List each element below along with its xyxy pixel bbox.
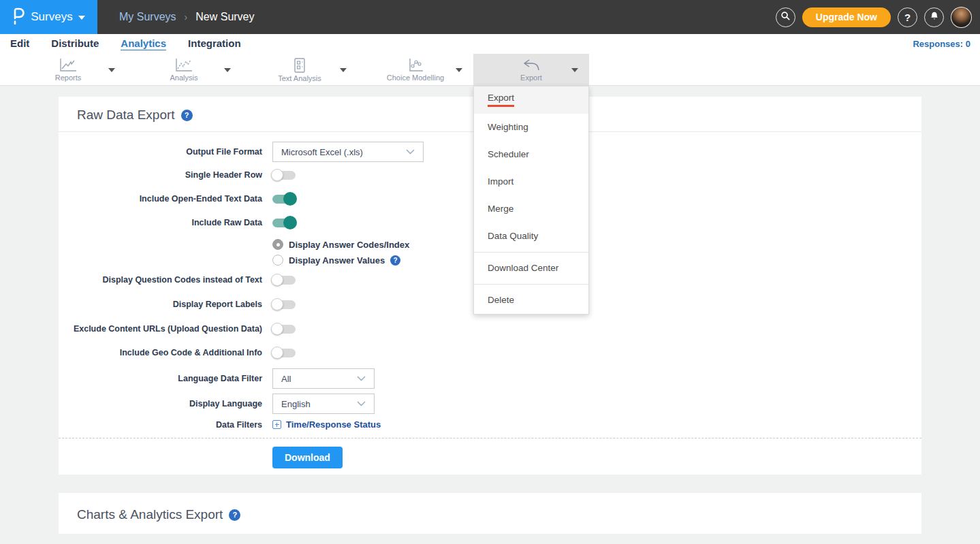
- topbar-actions: Upgrade Now ?: [776, 0, 972, 34]
- search-button[interactable]: [776, 7, 795, 27]
- include-geo-code-label: Include Geo Code & Additional Info: [59, 348, 262, 357]
- question-mark-icon: ?: [904, 12, 911, 23]
- analysis-chart-icon: [174, 58, 194, 73]
- download-button[interactable]: Download: [272, 447, 343, 468]
- include-raw-data-toggle[interactable]: [272, 219, 296, 227]
- questionpro-logo-icon: [12, 7, 25, 27]
- tab-analytics[interactable]: Analytics: [121, 37, 166, 50]
- exclude-content-urls-toggle[interactable]: [272, 325, 296, 334]
- breadcrumb-separator: ›: [185, 12, 188, 22]
- answer-values-radio[interactable]: [272, 255, 283, 266]
- notifications-button[interactable]: [924, 7, 944, 27]
- question-codes-toggle[interactable]: [272, 276, 296, 285]
- menu-item-merge[interactable]: Merge: [474, 195, 588, 223]
- question-codes-label: Display Question Codes instead of Text: [59, 275, 262, 285]
- include-open-ended-toggle[interactable]: [272, 195, 296, 204]
- toolbar-text-analysis[interactable]: Text Analysis: [242, 54, 358, 85]
- language-data-filter-label: Language Data Filter: [59, 374, 262, 383]
- language-data-filter-value: All: [281, 374, 291, 384]
- chevron-down-icon: [357, 401, 366, 406]
- toolbar-export-label: Export: [520, 74, 542, 82]
- menu-item-export[interactable]: Export: [474, 86, 588, 114]
- answer-codes-radio[interactable]: [272, 239, 283, 250]
- menu-item-download-center[interactable]: Download Center: [474, 255, 588, 282]
- breadcrumb-current-survey: New Survey: [195, 11, 254, 23]
- product-switcher[interactable]: Surveys: [0, 0, 97, 34]
- analytics-toolbar: Reports Analysis: [0, 54, 980, 86]
- search-icon: [780, 11, 791, 24]
- line-chart-icon: [58, 58, 78, 73]
- plus-square-icon: [272, 420, 281, 429]
- time-response-status-label: Time/Response Status: [286, 419, 381, 430]
- topbar: Surveys My Surveys › New Survey Upgrade …: [0, 0, 980, 34]
- export-arrow-icon: [522, 58, 541, 73]
- charts-analytics-export-title: Charts & Analytics Export: [77, 507, 223, 522]
- output-file-format-value: Microsoft Excel (.xls): [281, 147, 363, 157]
- chevron-down-icon[interactable]: [224, 68, 231, 72]
- menu-item-delete[interactable]: Delete: [474, 287, 588, 314]
- report-labels-label: Display Report Labels: [59, 300, 262, 309]
- toolbar-choice-modelling[interactable]: Choice Modelling: [358, 54, 473, 85]
- user-avatar[interactable]: [951, 7, 972, 28]
- chevron-down-icon[interactable]: [456, 68, 462, 72]
- toolbar-choice-modelling-label: Choice Modelling: [387, 74, 444, 82]
- help-icon[interactable]: ?: [390, 255, 400, 266]
- toolbar-text-analysis-label: Text Analysis: [278, 74, 321, 82]
- chevron-down-icon[interactable]: [571, 68, 578, 72]
- output-file-format-select[interactable]: Microsoft Excel (.xls): [272, 142, 424, 162]
- menu-item-export-label: Export: [488, 93, 514, 107]
- toolbar-reports-label: Reports: [55, 74, 82, 82]
- menu-item-data-quality[interactable]: Data Quality: [474, 223, 588, 250]
- breadcrumb: My Surveys › New Survey: [119, 11, 255, 23]
- menu-divider: [474, 284, 588, 285]
- menu-divider: [474, 252, 588, 253]
- tab-edit[interactable]: Edit: [10, 37, 29, 50]
- help-icon[interactable]: ?: [229, 509, 240, 521]
- display-language-select[interactable]: English: [272, 394, 375, 414]
- upgrade-now-button[interactable]: Upgrade Now: [802, 7, 891, 27]
- toolbar-analysis[interactable]: Analysis: [126, 54, 242, 85]
- tab-integration[interactable]: Integration: [188, 37, 241, 50]
- export-dropdown-menu: Export Weighting Scheduler Import Merge …: [473, 86, 589, 315]
- include-geo-code-toggle[interactable]: [272, 349, 296, 357]
- answer-values-radio-label[interactable]: Display Answer Values: [289, 255, 385, 266]
- answer-codes-radio-label[interactable]: Display Answer Codes/Index: [289, 240, 409, 250]
- charts-analytics-export-panel: Charts & Analytics Export ?: [59, 493, 921, 534]
- toolbar-export[interactable]: Export: [473, 54, 589, 85]
- raw-data-export-title: Raw Data Export: [77, 108, 175, 123]
- chevron-down-icon[interactable]: [108, 68, 115, 72]
- toolbar-analysis-label: Analysis: [170, 74, 198, 82]
- scatter-chart-icon: [407, 58, 424, 73]
- data-filters-label: Data Filters: [59, 420, 262, 430]
- responses-count: Responses: 0: [913, 39, 970, 49]
- include-open-ended-label: Include Open-Ended Text Data: [59, 194, 262, 204]
- single-header-row-label: Single Header Row: [59, 170, 262, 180]
- product-name: Surveys: [31, 10, 72, 24]
- time-response-status-link[interactable]: Time/Response Status: [272, 419, 381, 430]
- single-header-row-toggle[interactable]: [272, 171, 296, 180]
- language-data-filter-select[interactable]: All: [272, 368, 375, 389]
- menu-item-weighting[interactable]: Weighting: [474, 114, 588, 141]
- survey-nav: Edit Distribute Analytics Integration Re…: [0, 34, 980, 54]
- bell-icon: [930, 11, 939, 24]
- exclude-content-urls-label: Exclude Content URLs (Upload Question Da…: [59, 324, 262, 334]
- breadcrumb-my-surveys[interactable]: My Surveys: [119, 11, 176, 23]
- menu-item-scheduler[interactable]: Scheduler: [474, 141, 588, 168]
- display-language-label: Display Language: [59, 399, 262, 409]
- chevron-down-icon: [78, 16, 85, 20]
- display-language-value: English: [281, 399, 311, 409]
- chevron-down-icon: [357, 376, 366, 381]
- help-icon[interactable]: ?: [181, 110, 193, 121]
- report-labels-toggle[interactable]: [272, 300, 296, 309]
- toolbar-reports[interactable]: Reports: [10, 54, 126, 85]
- chevron-down-icon: [406, 149, 415, 155]
- include-raw-data-label: Include Raw Data: [59, 218, 262, 227]
- output-file-format-label: Output File Format: [59, 147, 262, 157]
- chevron-down-icon[interactable]: [340, 68, 347, 72]
- menu-item-import[interactable]: Import: [474, 168, 588, 195]
- tab-distribute[interactable]: Distribute: [51, 37, 99, 50]
- help-button[interactable]: ?: [898, 7, 917, 27]
- text-document-icon: [291, 57, 308, 74]
